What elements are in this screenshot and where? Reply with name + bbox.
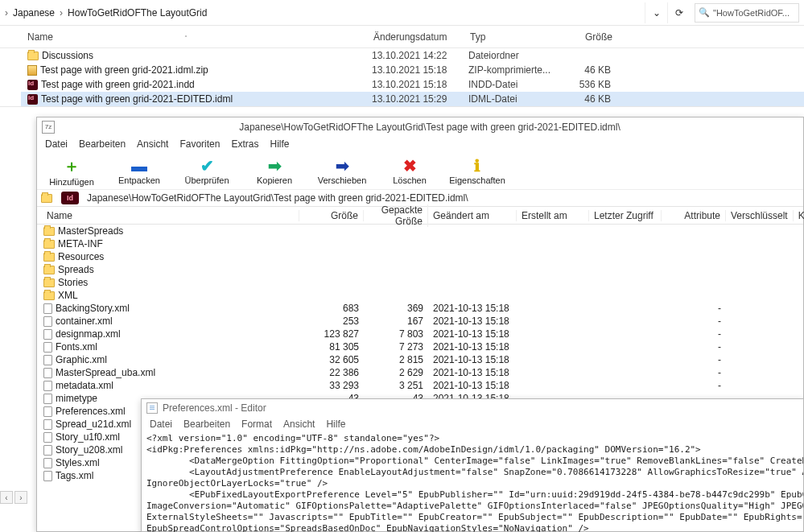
file-type: ZIP-komprimierte... bbox=[468, 64, 553, 76]
entry-attr: - bbox=[662, 380, 726, 391]
archive-row[interactable]: MasterSpread_uba.xml22 3862 6292021-10-1… bbox=[42, 366, 803, 379]
toolbar-add-button[interactable]: ＋Hinzufügen bbox=[42, 155, 101, 187]
toolbar-copy-button[interactable]: ➡Kopieren bbox=[245, 156, 304, 185]
file-name: Test page with green grid-2021-EDITED.id… bbox=[41, 93, 233, 105]
entry-size: 123 827 bbox=[299, 328, 364, 340]
file-size: 46 KB bbox=[553, 64, 617, 76]
menu-ansicht[interactable]: Ansicht bbox=[137, 138, 168, 150]
toolbar-label: Kopieren bbox=[257, 175, 292, 185]
entry-name: Styles.xml bbox=[56, 457, 100, 468]
search-box[interactable]: 🔍 "HowToGetRidOF... bbox=[695, 3, 799, 23]
sevenzip-column-headers: Name Größe Gepackte Größe Geändert am Er… bbox=[37, 207, 803, 225]
sevenzip-menubar: DateiBearbeitenAnsichtFavoritenExtrasHil… bbox=[37, 136, 803, 152]
notepad-menu-datei[interactable]: Datei bbox=[150, 419, 172, 430]
notepad-menu-bearbeiten[interactable]: Bearbeiten bbox=[183, 419, 230, 430]
col-size[interactable]: Größe bbox=[299, 210, 364, 221]
col-accessed[interactable]: Letzter Zugriff bbox=[589, 210, 662, 221]
toolbar-delete-button[interactable]: ✖Löschen bbox=[380, 156, 439, 185]
toolbar-test-button[interactable]: ✔Überprüfen bbox=[177, 156, 237, 185]
entry-packed: 3 251 bbox=[364, 380, 428, 391]
file-icon bbox=[43, 368, 52, 378]
notepad-menu-hilfe[interactable]: Hilfe bbox=[326, 419, 345, 430]
explorer-column-headers: Name ˄ Änderungsdatum Typ Größe bbox=[0, 26, 804, 48]
entry-packed: 2 629 bbox=[364, 367, 428, 378]
explorer-row[interactable]: Test page with green grid-2021.idml.zip1… bbox=[21, 63, 804, 77]
explorer-rows: Discussions13.10.2021 14:22DateiordnerTe… bbox=[0, 48, 804, 106]
file-icon bbox=[43, 471, 52, 481]
folder-up-icon[interactable] bbox=[37, 194, 56, 203]
notepad-menu-format[interactable]: Format bbox=[241, 419, 272, 430]
entry-modified: 2021-10-13 15:18 bbox=[428, 367, 517, 378]
breadcrumb-item[interactable]: HowToGetRidOFThe LayoutGrid bbox=[68, 7, 207, 19]
notepad-text-area[interactable]: <?xml version="1.0" encoding="UTF-8" sta… bbox=[142, 431, 803, 532]
entry-size: 683 bbox=[299, 303, 364, 314]
col-encrypted[interactable]: Verschlüsselt bbox=[726, 210, 794, 221]
menu-favoriten[interactable]: Favoriten bbox=[179, 138, 220, 150]
col-attr[interactable]: Attribute bbox=[662, 210, 726, 221]
column-name-header[interactable]: Name ˄ bbox=[27, 31, 373, 43]
toolbar-props-button[interactable]: ℹEigenschaften bbox=[447, 156, 507, 185]
entry-modified: 2021-10-13 15:18 bbox=[428, 354, 517, 365]
menu-extras[interactable]: Extras bbox=[231, 138, 258, 150]
column-date-header[interactable]: Änderungsdatum bbox=[373, 31, 470, 43]
scroll-right-icon[interactable]: › bbox=[14, 491, 27, 504]
file-icon bbox=[43, 329, 52, 340]
extract-icon: ▬ bbox=[131, 157, 147, 175]
delete-icon: ✖ bbox=[403, 156, 417, 175]
folder-icon bbox=[43, 240, 55, 249]
archive-row[interactable]: container.xml2531672021-10-13 15:18- bbox=[42, 315, 803, 328]
archive-row[interactable]: Spreads bbox=[42, 263, 803, 276]
archive-row[interactable]: Fonts.xml81 3057 2732021-10-13 15:18- bbox=[42, 340, 803, 353]
file-name: Test page with green grid-2021.idml.zip bbox=[40, 64, 208, 76]
archive-row[interactable]: designmap.xml123 8277 8032021-10-13 15:1… bbox=[42, 328, 803, 340]
archive-row[interactable]: META-INF bbox=[42, 237, 803, 250]
archive-row[interactable]: XML bbox=[42, 289, 803, 302]
sevenzip-toolbar: ＋Hinzufügen▬Entpacken✔Überprüfen➡Kopiere… bbox=[37, 152, 803, 189]
file-icon bbox=[43, 445, 52, 456]
folder-icon bbox=[43, 291, 55, 300]
entry-name: Spreads bbox=[58, 264, 94, 275]
breadcrumb-item[interactable]: Japanese bbox=[13, 7, 55, 19]
entry-attr: - bbox=[662, 303, 726, 314]
menu-bearbeiten[interactable]: Bearbeiten bbox=[79, 138, 126, 150]
refresh-icon[interactable]: ⟳ bbox=[667, 2, 690, 23]
notepad-menu-ansicht[interactable]: Ansicht bbox=[283, 419, 315, 430]
file-icon bbox=[43, 432, 52, 443]
col-comment[interactable]: Kommentar bbox=[794, 210, 804, 221]
history-dropdown-icon[interactable]: ⌄ bbox=[645, 2, 667, 23]
breadcrumb[interactable]: › Japanese › HowToGetRidOFThe LayoutGrid bbox=[5, 7, 207, 19]
col-packed[interactable]: Gepackte Größe bbox=[364, 204, 428, 227]
col-name[interactable]: Name bbox=[42, 210, 299, 221]
entry-modified: 2021-10-13 15:18 bbox=[428, 380, 517, 391]
column-size-header[interactable]: Größe bbox=[555, 31, 619, 43]
file-type: INDD-Datei bbox=[468, 79, 553, 90]
column-type-header[interactable]: Typ bbox=[470, 31, 555, 43]
folder-icon bbox=[43, 253, 55, 262]
menu-hilfe[interactable]: Hilfe bbox=[270, 138, 289, 150]
sevenzip-titlebar[interactable]: 7z Japanese\HowToGetRidOFThe LayoutGrid\… bbox=[37, 118, 803, 136]
scroll-left-icon[interactable]: ‹ bbox=[0, 491, 13, 504]
archive-row[interactable]: metadata.xml33 2933 2512021-10-13 15:18- bbox=[42, 379, 803, 392]
entry-packed: 2 815 bbox=[364, 354, 428, 365]
file-type: IDML-Datei bbox=[468, 93, 553, 105]
explorer-row[interactable]: Discussions13.10.2021 14:22Dateiordner bbox=[21, 48, 804, 63]
archive-row[interactable]: Resources bbox=[42, 250, 803, 263]
entry-attr: - bbox=[662, 367, 726, 378]
archive-row[interactable]: BackingStory.xml6833692021-10-13 15:18- bbox=[42, 302, 803, 315]
archive-row[interactable]: Stories bbox=[42, 276, 803, 289]
explorer-row[interactable]: Test page with green grid-2021-EDITED.id… bbox=[21, 92, 804, 106]
menu-datei[interactable]: Datei bbox=[45, 138, 68, 150]
indesign-file-icon: Id bbox=[61, 192, 79, 204]
copy-icon: ➡ bbox=[268, 156, 282, 175]
explorer-row[interactable]: Test page with green grid-2021.indd13.10… bbox=[21, 77, 804, 92]
col-created[interactable]: Erstellt am bbox=[517, 210, 589, 221]
sevenzip-path-input[interactable] bbox=[84, 191, 803, 205]
notepad-title: Preferences.xml - Editor bbox=[163, 402, 266, 414]
archive-row[interactable]: Graphic.xml32 6052 8152021-10-13 15:18- bbox=[42, 353, 803, 366]
toolbar-extract-button[interactable]: ▬Entpacken bbox=[109, 157, 169, 185]
file-icon bbox=[43, 419, 52, 430]
sort-indicator-icon: ˄ bbox=[184, 35, 188, 42]
col-modified[interactable]: Geändert am bbox=[428, 210, 517, 221]
notepad-titlebar[interactable]: Preferences.xml - Editor bbox=[142, 399, 803, 417]
toolbar-move-button[interactable]: ➡Verschieben bbox=[312, 156, 372, 185]
